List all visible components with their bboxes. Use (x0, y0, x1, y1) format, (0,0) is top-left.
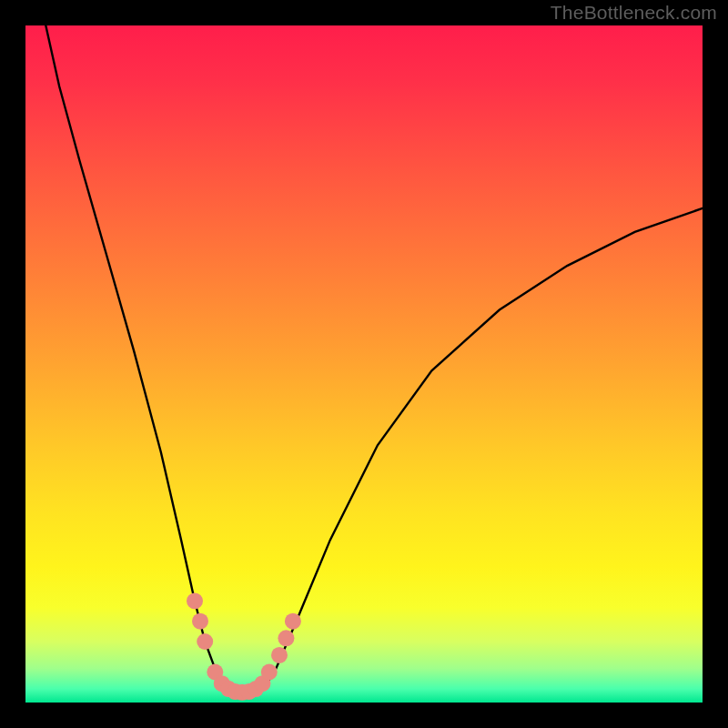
highlight-dot (197, 633, 213, 650)
highlight-dot (278, 630, 294, 646)
chart-frame: TheBottleneck.com (0, 0, 728, 728)
highlight-dot (261, 664, 278, 681)
highlight-dot (285, 613, 301, 630)
highlight-dot (192, 613, 208, 630)
highlight-dots (187, 592, 301, 700)
bottleneck-curve (46, 25, 703, 694)
curve-svg (25, 25, 703, 703)
highlight-dot (271, 647, 288, 663)
highlight-dot (187, 592, 203, 609)
watermark-text: TheBottleneck.com (551, 2, 717, 24)
plot-area (25, 25, 703, 703)
